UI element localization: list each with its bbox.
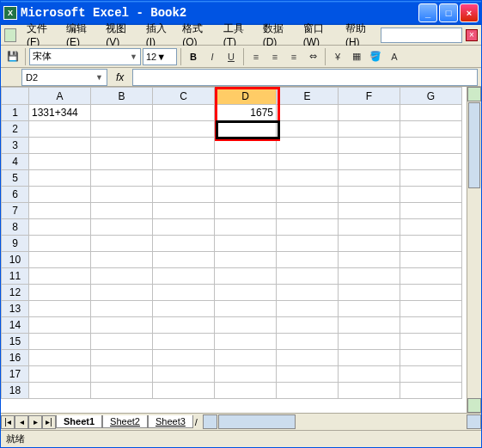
cell-G11[interactable] (400, 268, 462, 285)
cell-D7[interactable] (215, 203, 277, 219)
cell-F1[interactable] (339, 105, 400, 121)
vertical-scrollbar[interactable] (467, 87, 481, 413)
cell-A9[interactable] (29, 236, 91, 252)
tab-next-button[interactable]: ▸ (28, 415, 42, 429)
cell-F10[interactable] (339, 252, 400, 268)
cell-E9[interactable] (277, 236, 339, 252)
cell-D16[interactable] (215, 350, 277, 366)
row-header-9[interactable]: 9 (2, 236, 29, 252)
cell-F6[interactable] (339, 187, 400, 203)
cell-A14[interactable] (29, 317, 91, 334)
cell-C2[interactable] (153, 121, 215, 138)
cell-F16[interactable] (339, 350, 400, 366)
scroll-right-button[interactable] (467, 414, 481, 429)
cell-A8[interactable] (29, 219, 91, 236)
cell-D10[interactable] (215, 252, 277, 268)
cell-D3[interactable] (215, 138, 277, 154)
cell-B12[interactable] (91, 285, 153, 301)
cell-B10[interactable] (91, 252, 153, 268)
cell-F11[interactable] (339, 268, 400, 285)
cell-F13[interactable] (339, 301, 400, 317)
cell-E2[interactable] (277, 121, 339, 138)
scroll-thumb[interactable] (218, 414, 296, 429)
cell-G6[interactable] (400, 187, 462, 203)
row-header-1[interactable]: 1 (2, 105, 29, 121)
select-all-corner[interactable] (2, 88, 29, 105)
cell-C11[interactable] (153, 268, 215, 285)
cell-G7[interactable] (400, 203, 462, 219)
cell-D1[interactable]: 1675 (215, 105, 277, 121)
cell-E5[interactable] (277, 170, 339, 187)
cell-G10[interactable] (400, 252, 462, 268)
cell-A4[interactable] (29, 154, 91, 170)
cell-B18[interactable] (91, 383, 153, 399)
cell-D2[interactable] (215, 121, 277, 138)
save-icon[interactable]: 💾 (4, 48, 21, 65)
cell-C3[interactable] (153, 138, 215, 154)
col-header-G[interactable]: G (400, 88, 462, 105)
cell-D14[interactable] (215, 317, 277, 334)
font-color-button[interactable]: A (386, 48, 403, 65)
cell-A5[interactable] (29, 170, 91, 187)
cell-E10[interactable] (277, 252, 339, 268)
cell-B16[interactable] (91, 350, 153, 366)
cell-D15[interactable] (215, 334, 277, 350)
cell-B9[interactable] (91, 236, 153, 252)
scroll-track[interactable] (467, 189, 481, 398)
cell-D9[interactable] (215, 236, 277, 252)
cell-B14[interactable] (91, 317, 153, 334)
underline-button[interactable]: U (223, 48, 240, 65)
cell-G16[interactable] (400, 350, 462, 366)
cell-D18[interactable] (215, 383, 277, 399)
cell-A2[interactable] (29, 121, 91, 138)
cell-F2[interactable] (339, 121, 400, 138)
cell-G15[interactable] (400, 334, 462, 350)
cell-G13[interactable] (400, 301, 462, 317)
align-right-button[interactable]: ≡ (285, 48, 302, 65)
cell-D12[interactable] (215, 285, 277, 301)
cell-E13[interactable] (277, 301, 339, 317)
cell-C8[interactable] (153, 219, 215, 236)
cell-B11[interactable] (91, 268, 153, 285)
cell-B4[interactable] (91, 154, 153, 170)
cell-C17[interactable] (153, 366, 215, 383)
scroll-left-button[interactable] (203, 414, 217, 429)
cell-F14[interactable] (339, 317, 400, 334)
cell-C10[interactable] (153, 252, 215, 268)
cell-A18[interactable] (29, 383, 91, 399)
row-header-12[interactable]: 12 (2, 285, 29, 301)
cell-B17[interactable] (91, 366, 153, 383)
document-close-button[interactable]: × (466, 29, 478, 41)
cell-E15[interactable] (277, 334, 339, 350)
cell-D5[interactable] (215, 170, 277, 187)
cell-E4[interactable] (277, 154, 339, 170)
row-header-11[interactable]: 11 (2, 268, 29, 285)
currency-button[interactable]: ¥ (329, 48, 346, 65)
fill-color-button[interactable]: 🪣 (367, 48, 384, 65)
cell-E1[interactable] (277, 105, 339, 121)
cell-A3[interactable] (29, 138, 91, 154)
cell-G9[interactable] (400, 236, 462, 252)
align-center-button[interactable]: ≡ (266, 48, 284, 65)
horizontal-scrollbar[interactable] (203, 414, 481, 429)
col-header-B[interactable]: B (91, 88, 153, 105)
cell-A7[interactable] (29, 203, 91, 219)
cell-F17[interactable] (339, 366, 400, 383)
help-search-input[interactable] (381, 28, 462, 43)
row-header-10[interactable]: 10 (2, 252, 29, 268)
cell-C4[interactable] (153, 154, 215, 170)
cell-B1[interactable] (91, 105, 153, 121)
fx-icon[interactable]: fx (116, 71, 124, 83)
cell-E18[interactable] (277, 383, 339, 399)
row-header-3[interactable]: 3 (2, 138, 29, 154)
cell-E3[interactable] (277, 138, 339, 154)
cell-D13[interactable] (215, 301, 277, 317)
cell-F8[interactable] (339, 219, 400, 236)
cell-G18[interactable] (400, 383, 462, 399)
cell-G3[interactable] (400, 138, 462, 154)
align-left-button[interactable]: ≡ (247, 48, 265, 65)
cell-C15[interactable] (153, 334, 215, 350)
cell-A10[interactable] (29, 252, 91, 268)
cell-C18[interactable] (153, 383, 215, 399)
scroll-thumb[interactable] (468, 102, 480, 188)
